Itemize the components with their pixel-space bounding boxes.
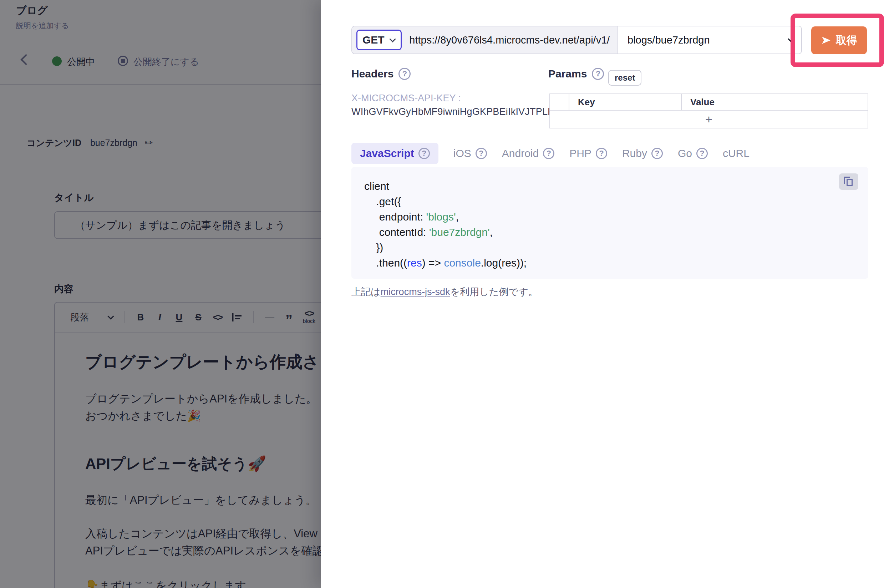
headers-section-title: Headers ? bbox=[351, 68, 411, 80]
tab-android[interactable]: Android? bbox=[502, 147, 555, 159]
copy-icon bbox=[844, 177, 853, 187]
help-icon[interactable]: ? bbox=[651, 148, 663, 159]
code-line: endpoint: 'blogs', bbox=[364, 209, 526, 224]
base-url-text: https://8y0v676ls4.microcms-dev.net/api/… bbox=[402, 34, 618, 46]
tab-label: JavaScript bbox=[360, 147, 414, 159]
params-table-header-row: Key Value bbox=[550, 94, 868, 111]
tab-label: Android bbox=[502, 147, 539, 159]
tab-javascript[interactable]: JavaScript? bbox=[351, 143, 438, 164]
help-icon[interactable]: ? bbox=[399, 68, 411, 80]
tab-go[interactable]: Go? bbox=[678, 147, 708, 159]
code-line: client bbox=[364, 178, 526, 194]
code-line: }) bbox=[364, 240, 526, 255]
code-line: .then((res) => console.log(res)); bbox=[364, 255, 526, 270]
help-icon[interactable]: ? bbox=[696, 148, 708, 159]
sdk-note: 上記はmicrocms-js-sdkを利用した例です。 bbox=[351, 285, 538, 298]
help-icon[interactable]: ? bbox=[418, 148, 430, 159]
api-key-header-name: X-MICROCMS-API-KEY : bbox=[351, 93, 461, 104]
add-param-button[interactable]: + bbox=[550, 111, 868, 128]
request-url-bar: GET https://8y0v676ls4.microcms-dev.net/… bbox=[351, 26, 802, 54]
params-reset-button[interactable]: reset bbox=[608, 70, 642, 86]
params-section-title: Params ? bbox=[548, 68, 604, 80]
chevron-down-icon bbox=[389, 36, 396, 42]
tab-label: cURL bbox=[723, 147, 750, 159]
tab-label: PHP bbox=[570, 147, 591, 159]
tab-ruby[interactable]: Ruby? bbox=[622, 147, 663, 159]
sdk-note-suffix: を利用した例です。 bbox=[450, 286, 538, 297]
help-icon[interactable]: ? bbox=[475, 148, 487, 159]
tab-label: Go bbox=[678, 147, 692, 159]
code-language-tabs: JavaScript?iOS?Android?PHP?Ruby?Go?cURL bbox=[351, 143, 750, 164]
params-value-column-header: Value bbox=[682, 94, 868, 110]
http-method-select[interactable]: GET bbox=[356, 30, 402, 50]
tab-label: iOS bbox=[453, 147, 471, 159]
http-method-value: GET bbox=[363, 34, 385, 46]
tab-ios[interactable]: iOS? bbox=[453, 147, 487, 159]
code-line: contentId: 'bue7zbrdgn', bbox=[364, 224, 526, 240]
help-icon[interactable]: ? bbox=[592, 68, 604, 80]
modal-backdrop[interactable] bbox=[0, 0, 321, 588]
endpoint-value: blogs/bue7zbrdgn bbox=[628, 34, 710, 46]
params-key-column-header: Key bbox=[570, 94, 682, 110]
help-icon[interactable]: ? bbox=[596, 148, 607, 159]
params-title-text: Params bbox=[548, 68, 587, 80]
endpoint-select[interactable]: blogs/bue7zbrdgn bbox=[618, 26, 801, 54]
tab-php[interactable]: PHP? bbox=[570, 147, 607, 159]
params-row-handle-column bbox=[550, 94, 570, 110]
copy-code-button[interactable] bbox=[839, 173, 858, 190]
request-url-left-section: GET https://8y0v676ls4.microcms-dev.net/… bbox=[352, 26, 618, 54]
code-sample-block: client .get({ endpoint: 'blogs', content… bbox=[351, 167, 868, 279]
api-preview-panel: GET https://8y0v676ls4.microcms-dev.net/… bbox=[321, 0, 889, 588]
sdk-note-prefix: 上記は bbox=[351, 286, 381, 297]
highlight-annotation bbox=[790, 14, 884, 67]
api-key-header-value: WIhGVFkvGyHbMF9iwniHgGKPBEiIkIVJTPLK bbox=[351, 106, 554, 117]
tab-label: Ruby bbox=[622, 147, 647, 159]
help-icon[interactable]: ? bbox=[543, 148, 555, 159]
headers-title-text: Headers bbox=[351, 68, 393, 80]
sdk-link[interactable]: microcms-js-sdk bbox=[381, 286, 450, 297]
params-table: Key Value + bbox=[549, 93, 868, 129]
code-sample: client .get({ endpoint: 'blogs', content… bbox=[364, 178, 526, 270]
tab-curl[interactable]: cURL bbox=[723, 147, 750, 159]
code-line: .get({ bbox=[364, 194, 526, 209]
